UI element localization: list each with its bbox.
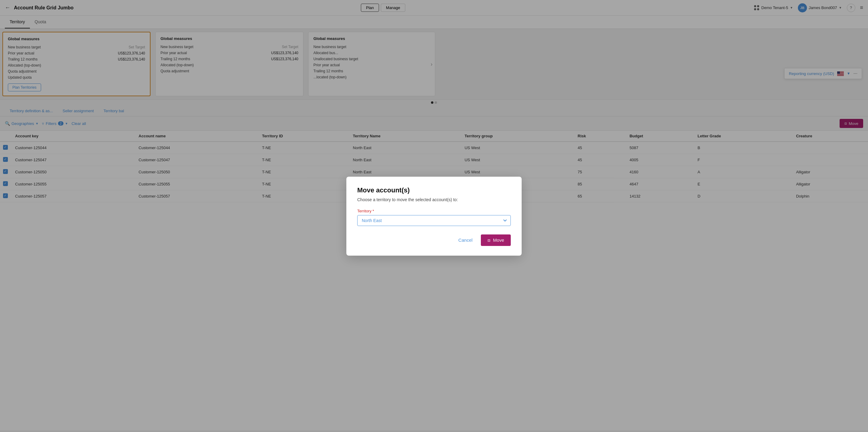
territory-select[interactable]: North East	[357, 215, 511, 226]
move-accounts-modal: Move account(s) Choose a territory to mo…	[346, 177, 522, 256]
territory-field-label: Territory *	[357, 209, 511, 213]
modal-overlay[interactable]: Move account(s) Choose a territory to mo…	[0, 0, 868, 431]
modal-move-icon: ⧈	[488, 237, 491, 243]
modal-subtitle: Choose a territory to move the selected …	[357, 197, 511, 202]
modal-move-button[interactable]: ⧈ Move	[481, 234, 511, 246]
required-indicator: *	[373, 209, 374, 213]
modal-title: Move account(s)	[357, 186, 511, 194]
cancel-button[interactable]: Cancel	[454, 234, 477, 246]
modal-actions: Cancel ⧈ Move	[357, 234, 511, 246]
